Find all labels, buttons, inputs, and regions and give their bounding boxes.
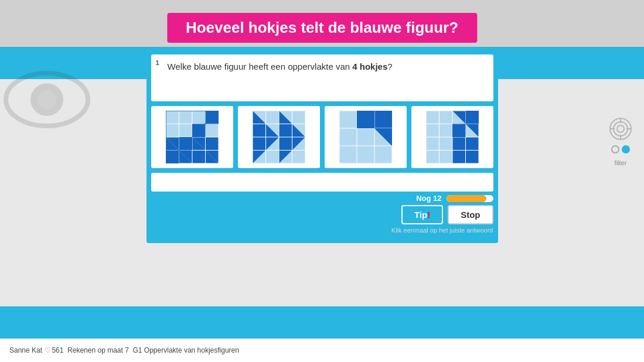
progress-row: Nog 12 <box>151 194 493 203</box>
title-banner: Hoeveel hokjes telt de blauwe figuur? <box>167 13 477 43</box>
question-highlight: 4 hokjes <box>352 62 387 71</box>
question-number: 1 <box>156 59 159 66</box>
answer-input[interactable] <box>151 173 493 192</box>
svg-marker-24 <box>179 137 192 151</box>
svg-point-4 <box>614 122 628 136</box>
progress-bar-bg <box>447 195 493 202</box>
filter-radio-off[interactable] <box>611 145 619 153</box>
svg-point-2 <box>38 90 56 109</box>
user-name: Sanne Kat <box>9 346 42 354</box>
input-area <box>151 173 493 192</box>
filter-controls <box>611 145 630 153</box>
progress-bar-fill <box>447 195 486 202</box>
answer-option-b[interactable] <box>238 106 320 168</box>
stop-button[interactable]: Stop <box>448 205 493 224</box>
subject-label: Rekenen op maat 7 <box>67 346 129 354</box>
bottom-bar-bg <box>0 306 644 339</box>
answer-option-c[interactable] <box>325 106 407 168</box>
quiz-card: 1 Welke blauwe figuur heeft een oppervla… <box>146 50 498 243</box>
hint-text: Klik eenmaal op het juiste antwoord <box>151 227 493 234</box>
user-score: 561 <box>52 346 63 354</box>
eye-decoration <box>0 53 94 146</box>
svg-marker-26 <box>205 111 219 124</box>
bottom-status-bar: Sanne Kat ♡ 561 Rekenen op maat 7 G1 Opp… <box>0 339 644 362</box>
svg-rect-58 <box>452 124 466 138</box>
topic-label: G1 Oppervlakte van hokjesfiguren <box>133 346 239 354</box>
svg-marker-45 <box>357 111 374 128</box>
target-icon <box>609 117 632 141</box>
answer-option-a[interactable] <box>151 106 233 168</box>
sidebar: filter <box>609 117 632 166</box>
question-box: 1 Welke blauwe figuur heeft een oppervla… <box>151 54 493 101</box>
question-text-after: ? <box>387 62 392 71</box>
filter-radio-on[interactable] <box>622 145 630 153</box>
filter-label: filter <box>615 159 627 166</box>
answer-option-d[interactable] <box>411 106 493 168</box>
question-text-before: Welke blauwe figuur heeft een oppervlakt… <box>168 62 353 71</box>
tip-button[interactable]: Tip! <box>401 205 443 224</box>
svg-marker-23 <box>166 151 179 164</box>
svg-marker-25 <box>192 124 206 138</box>
answers-row <box>151 106 493 168</box>
buttons-row: Tip! Stop <box>151 205 493 224</box>
svg-rect-57 <box>465 111 479 124</box>
svg-point-5 <box>617 125 624 132</box>
exclamation-icon: ! <box>427 210 430 220</box>
nog-label: Nog 12 <box>416 194 441 203</box>
heart-icon: ♡ <box>45 346 51 354</box>
